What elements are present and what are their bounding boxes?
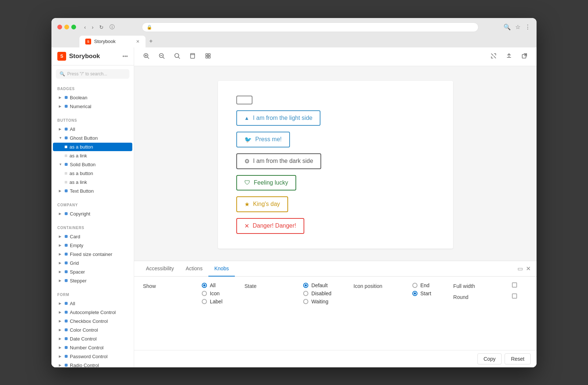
zoom-in-button[interactable] xyxy=(140,51,153,62)
radio-show-icon[interactable]: Icon xyxy=(202,290,222,296)
sidebar-item-color[interactable]: ▶ Color Control xyxy=(53,326,132,334)
toolbar xyxy=(134,47,537,66)
active-tab[interactable]: S Storybook ✕ xyxy=(79,36,146,47)
radio-position-start[interactable]: Start xyxy=(412,290,431,296)
radio-state-default[interactable]: Default xyxy=(303,282,331,288)
radio-circle-icon xyxy=(202,291,207,296)
svg-rect-10 xyxy=(206,54,208,56)
checkbox-full-width[interactable] xyxy=(512,282,517,288)
tab-favicon: S xyxy=(85,39,91,44)
bookmark-icon[interactable]: ☆ xyxy=(515,24,520,31)
knob-show-options: All Icon Label xyxy=(202,282,222,304)
sidebar-section-containers: CONTAINERS ▶ Card ▶ Empty ▶ Fixed size c… xyxy=(51,221,134,288)
radio-state-disabled[interactable]: Disabled xyxy=(303,290,331,296)
sidebar-item-form-all[interactable]: ▶ All xyxy=(53,299,132,308)
radio-position-end[interactable]: End xyxy=(412,282,431,288)
address-icons: 🔍 ☆ ⋮ xyxy=(503,24,531,31)
checkbox-round[interactable] xyxy=(512,293,517,299)
reset-button[interactable]: Reset xyxy=(505,353,531,364)
share-button[interactable] xyxy=(503,51,515,62)
new-tab-button[interactable]: + xyxy=(146,35,156,47)
sidebar-item-as-a-button-active[interactable]: as a button xyxy=(53,143,132,151)
tab-actions[interactable]: Actions xyxy=(180,261,208,277)
sidebar-item-copyright[interactable]: ▶ Copyright xyxy=(53,210,132,218)
knob-row-icon-position: Icon position End Start xyxy=(354,282,431,296)
expand-arrow-icon: ▶ xyxy=(59,279,62,282)
preview-btn-hidden[interactable] xyxy=(236,96,252,104)
refresh-button[interactable]: ↻ xyxy=(97,22,106,32)
radio-state-waiting[interactable]: Waiting xyxy=(303,299,331,304)
preview-btn-feeling-lucky[interactable]: 🛡 Feeling lucky xyxy=(236,175,296,190)
zoom-reset-button[interactable] xyxy=(171,51,183,62)
sidebar-item-ghost-button[interactable]: ▼ Ghost Button xyxy=(53,134,132,142)
svg-rect-13 xyxy=(208,56,210,58)
panel-close-icon[interactable]: ✕ xyxy=(526,265,531,272)
radio-circle-default xyxy=(303,283,308,288)
open-new-button[interactable] xyxy=(518,51,531,62)
sidebar-item-solid-button[interactable]: ▼ Solid Button xyxy=(53,160,132,169)
menu-icon[interactable]: ⋮ xyxy=(525,24,531,31)
minimize-button[interactable] xyxy=(64,25,69,29)
item-icon xyxy=(65,320,68,322)
sidebar-item-number[interactable]: ▶ Number Control xyxy=(53,343,132,352)
sidebar-item-as-a-link[interactable]: as a link xyxy=(53,151,132,160)
item-icon xyxy=(65,364,68,367)
sidebar-item-solid-as-link[interactable]: as a link xyxy=(53,178,132,186)
panel-icon-1[interactable]: ▭ xyxy=(517,265,523,272)
radio-show-all[interactable]: All xyxy=(202,282,222,288)
sidebar-item-spacer[interactable]: ▶ Spacer xyxy=(53,268,132,276)
forward-button[interactable]: › xyxy=(90,22,96,32)
maximize-button[interactable] xyxy=(71,25,76,29)
sidebar-item-date[interactable]: ▶ Date Control xyxy=(53,335,132,343)
sidebar-item-grid[interactable]: ▶ Grid xyxy=(53,259,132,267)
sidebar-item-password[interactable]: ▶ Password Control xyxy=(53,352,132,361)
sidebar-item-boolean[interactable]: ▶ Boolean xyxy=(53,93,132,102)
sidebar-logo: S Storybook xyxy=(57,52,100,61)
grid-button[interactable] xyxy=(202,51,214,62)
expand-arrow-icon: ▶ xyxy=(59,104,62,108)
checkbox-box-round xyxy=(512,293,517,299)
expand-arrow-icon: ▶ xyxy=(59,346,62,349)
info-button[interactable]: ⓘ xyxy=(107,22,117,32)
knob-show-label: Show xyxy=(143,282,187,289)
knob-full-width: Full width Round xyxy=(453,282,517,344)
search-bar[interactable]: 🔍 Press "/" to search... xyxy=(56,69,129,79)
preview-btn-dark-side[interactable]: ⚙ I am from the dark side xyxy=(236,153,322,169)
knob-state: State Default Disabled xyxy=(244,282,331,344)
copy-button[interactable]: Copy xyxy=(477,353,502,364)
expand-arrow-icon: ▶ xyxy=(59,127,62,131)
sidebar-item-fixed-size-container[interactable]: ▶ Fixed size container xyxy=(53,250,132,259)
expand-arrow-icon: ▶ xyxy=(59,212,62,215)
item-icon xyxy=(65,189,68,192)
zoom-icon[interactable]: 🔍 xyxy=(503,24,511,31)
sidebar-item-checkbox[interactable]: ▶ Checkbox Control xyxy=(53,317,132,325)
bookmark-button[interactable] xyxy=(186,51,199,62)
preview-btn-kings-day[interactable]: ★ King's day xyxy=(236,196,288,212)
expand-arrow-icon: ▶ xyxy=(59,354,62,358)
item-icon xyxy=(65,355,68,358)
preview-btn-light-side[interactable]: ▲ I am from the light side xyxy=(236,110,321,126)
preview-btn-danger[interactable]: ✕ Danger! Danger! xyxy=(236,218,304,234)
tab-close-button[interactable]: ✕ xyxy=(136,39,140,44)
section-label-buttons: BUTTONS xyxy=(51,114,134,125)
sidebar-menu-button[interactable]: ••• xyxy=(122,53,128,59)
close-button[interactable] xyxy=(57,25,62,29)
tab-accessibility[interactable]: Accessibility xyxy=(140,261,180,277)
address-bar[interactable]: 🔒 xyxy=(142,22,478,32)
svg-line-5 xyxy=(163,57,165,58)
sidebar-item-solid-as-button[interactable]: as a button xyxy=(53,169,132,178)
tab-knobs[interactable]: Knobs xyxy=(208,261,235,277)
sidebar-item-radio[interactable]: ▶ Radio Control xyxy=(53,361,132,367)
sidebar-item-empty[interactable]: ▶ Empty xyxy=(53,241,132,250)
expand-button[interactable] xyxy=(487,51,500,62)
sidebar-item-stepper[interactable]: ▶ Stepper xyxy=(53,277,132,285)
sidebar-item-all[interactable]: ▶ All xyxy=(53,125,132,133)
sidebar-item-text-button[interactable]: ▶ Text Button xyxy=(53,187,132,195)
zoom-out-button[interactable] xyxy=(155,51,168,62)
preview-btn-press[interactable]: 🐦 Press me! xyxy=(236,132,290,147)
sidebar-item-numerical[interactable]: ▶ Numerical xyxy=(53,102,132,111)
back-button[interactable]: ‹ xyxy=(82,22,88,32)
radio-show-label[interactable]: Label xyxy=(202,299,222,304)
sidebar-item-card[interactable]: ▶ Card xyxy=(53,232,132,241)
sidebar-item-autocomplete[interactable]: ▶ Autocomplete Control xyxy=(53,308,132,317)
